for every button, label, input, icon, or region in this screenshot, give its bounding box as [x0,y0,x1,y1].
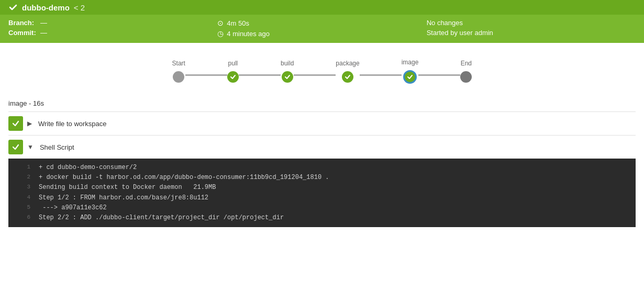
step-label-image: image [402,59,419,66]
time-ago-row: ◷ 4 minutes ago [217,29,426,38]
info-bar: Branch: — Commit: — ⊙ 4m 50s ◷ 4 minutes… [0,15,644,43]
step-label-end: End [461,60,472,67]
commit-value: — [40,29,47,37]
pipeline-line-1 [185,74,227,76]
code-line-1: 1 + cd dubbo-demo-consumer/2 [8,163,636,173]
line-content-6: Step 2/2 : ADD ./dubbo-client/target/pro… [39,213,284,223]
line-content-1: + cd dubbo-demo-consumer/2 [39,163,137,173]
code-line-5: 5 ---> a907a11e3c62 [8,203,636,213]
code-line-6: 6 Step 2/2 : ADD ./dubbo-client/target/p… [8,213,636,223]
branch-value: — [40,19,47,27]
step-label-pull: pull [228,60,238,67]
line-num-3: 3 [15,183,30,193]
line-num-5: 5 [15,203,30,213]
pipeline-step-pull: pull [227,60,239,83]
step-node-package [342,71,353,83]
line-content-4: Step 1/2 : FROM harbor.od.com/base/jre8:… [39,193,208,203]
line-num-6: 6 [15,213,30,223]
line-content-5: ---> a907a11e3c62 [39,203,107,213]
step-node-start [173,71,184,83]
clock-icon: ⊙ [217,19,224,27]
step-node-build [282,71,293,83]
step-label-start: Start [172,60,185,67]
code-block: 1 + cd dubbo-demo-consumer/2 2 + docker … [8,159,636,227]
commit-label: Commit: [8,29,37,37]
expand-icon-write-file[interactable]: ▶ [27,120,32,127]
line-num-2: 2 [15,173,30,183]
code-line-3: 3 Sending build context to Docker daemon… [8,183,636,193]
line-num-4: 4 [15,193,30,203]
line-content-2: + docker build -t harbor.od.com/app/dubb… [39,173,329,183]
pipeline-line-4 [360,74,402,76]
pipeline-step-image: image [402,59,419,84]
step-node-image [403,70,417,84]
pipeline-step-end: End [460,60,472,83]
expand-icon-shell-script[interactable]: ▼ [27,143,34,151]
step-label-package: package [336,60,359,67]
header-bar: dubbo-demo < 2 [0,0,644,15]
logs-section: image - 16s ▶ Write file to workspace ▼ … [0,94,644,227]
pipeline-step-start: Start [172,60,185,83]
step-label-build: build [281,60,294,67]
logs-title: image - 16s [8,99,636,107]
task-check-shell-script [8,140,23,154]
status-row: No changes [427,19,636,27]
task-row-write-file: ▶ Write file to workspace [8,111,636,135]
started-by-row: Started by user admin [427,29,636,37]
line-content-3: Sending build context to Docker daemon 2… [39,183,216,193]
pipeline-title: dubbo-demo [22,3,70,12]
branch-label: Branch: [8,19,37,27]
pipeline-line-5 [418,74,460,76]
task-name-shell-script: Shell Script [40,143,74,151]
branch-row: Branch: — [8,19,217,27]
status-value: No changes [427,19,463,27]
line-num-1: 1 [15,163,30,173]
duration-row: ⊙ 4m 50s [217,19,426,27]
duration-value: 4m 50s [227,19,249,27]
code-line-2: 2 + docker build -t harbor.od.com/app/du… [8,173,636,183]
time-ago-value: 4 minutes ago [227,30,270,38]
pipeline-step-package: package [336,60,359,83]
started-by-value: Started by user admin [427,29,493,37]
pipeline-container: Start pull build package [172,59,472,84]
code-line-4: 4 Step 1/2 : FROM harbor.od.com/base/jre… [8,193,636,203]
task-check-write-file [8,116,23,131]
pipeline-section: Start pull build package [0,43,644,94]
commit-row: Commit: — [8,29,217,37]
step-node-pull [227,71,239,83]
pipeline-line-2 [239,74,281,76]
info-col-mid: ⊙ 4m 50s ◷ 4 minutes ago [217,19,426,38]
step-node-end [460,71,472,83]
pipeline-step-build: build [281,60,294,83]
time-icon: ◷ [217,29,224,38]
info-col-right: No changes Started by user admin [427,19,636,38]
task-row-shell-script: ▼ Shell Script [8,135,636,159]
task-name-write-file: Write file to workspace [38,120,107,128]
info-col-left: Branch: — Commit: — [8,19,217,38]
pipeline-count: < 2 [74,3,85,12]
pipeline-line-3 [294,74,336,76]
check-icon [8,3,18,12]
